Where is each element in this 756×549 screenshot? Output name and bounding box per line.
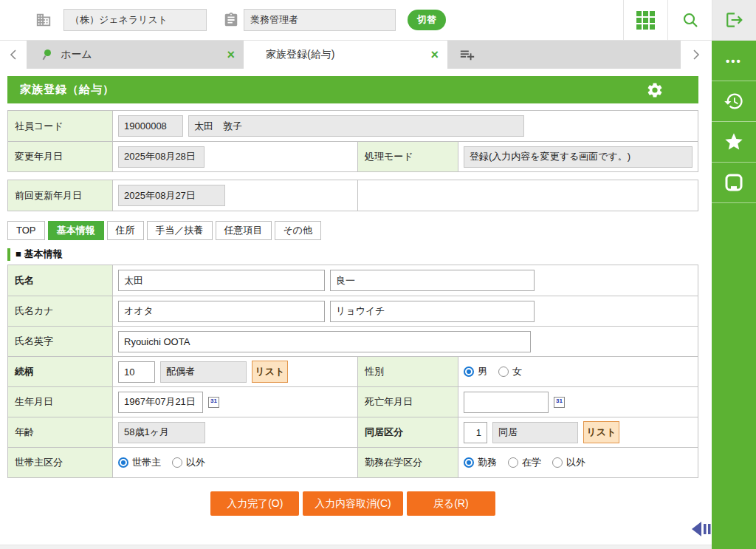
tab-family-label: 家族登録(給与): [266, 48, 334, 61]
birth-date-calendar-icon[interactable]: 31: [208, 397, 219, 408]
tab-other[interactable]: その他: [275, 221, 322, 240]
settings-gear-icon[interactable]: [646, 81, 664, 99]
gender-option-female[interactable]: 女: [498, 365, 522, 378]
last-updated-field: [118, 185, 225, 206]
pin-icon: [43, 50, 52, 60]
submit-button[interactable]: 入力完了(O): [210, 491, 299, 516]
cohabit-code-input[interactable]: [464, 422, 487, 443]
roman-name-label: 氏名英字: [8, 327, 113, 356]
radio-school-icon[interactable]: [508, 457, 518, 468]
content-column: ホーム × 家族登録(給与) × 家族登録（給与） 社: [0, 41, 712, 549]
death-date-calendar-icon[interactable]: 31: [554, 397, 565, 408]
search-button[interactable]: [667, 0, 712, 40]
employee-code-row: 社員コード: [8, 111, 698, 141]
household-option-head[interactable]: 世帯主: [118, 456, 161, 469]
apps-button[interactable]: [623, 0, 667, 40]
first-name-input[interactable]: [330, 270, 535, 291]
chevron-right-icon: [693, 49, 700, 61]
death-date-label: 死亡年月日: [357, 387, 458, 417]
relation-list-button[interactable]: リスト: [252, 361, 288, 383]
more-button[interactable]: •••: [712, 41, 756, 81]
basic-info-table: 氏名 氏名カナ 氏名英字: [7, 265, 698, 478]
age-label: 年齢: [8, 417, 113, 447]
cohabit-label: 同居区分: [357, 417, 458, 447]
tab-strip: [447, 41, 681, 69]
radio-work-icon[interactable]: [464, 457, 474, 468]
gender-radio-group: 男 女: [464, 365, 529, 378]
apps-grid-icon: [636, 11, 655, 30]
radio-female-icon[interactable]: [498, 366, 509, 377]
kana-row: 氏名カナ: [8, 296, 698, 326]
search-icon: [681, 11, 699, 29]
radio-other-icon[interactable]: [552, 457, 563, 468]
first-name-kana-input[interactable]: [330, 301, 535, 322]
history-button[interactable]: [712, 81, 756, 122]
company-input[interactable]: [63, 9, 207, 31]
section-accent-bar: [7, 248, 10, 261]
tab-scroll-left[interactable]: [0, 41, 27, 69]
tab-home-close-icon[interactable]: ×: [227, 48, 235, 61]
radio-household-head-icon[interactable]: [118, 457, 128, 468]
role-input[interactable]: [244, 9, 396, 31]
birth-date-input[interactable]: [118, 392, 203, 413]
tab-top[interactable]: TOP: [7, 221, 45, 240]
last-name-input[interactable]: [118, 270, 325, 291]
relation-code-input[interactable]: [118, 361, 155, 383]
other-label: 以外: [566, 456, 585, 469]
process-mode-label: 処理モード: [357, 142, 458, 171]
employee-code-label: 社員コード: [8, 111, 113, 141]
school-label: 在学: [522, 456, 541, 469]
tab-basic-info[interactable]: 基本情報: [48, 221, 104, 240]
work-school-label: 勤務在学区分: [357, 448, 458, 477]
death-date-input[interactable]: [464, 392, 549, 413]
last-updated-empty-cell: [357, 180, 698, 211]
right-sidebar: •••: [712, 41, 756, 549]
tab-scroll-right[interactable]: [681, 41, 712, 69]
household-row: 世帯主区分 世帯主 以外 勤務在学区分 勤務 在学 以外: [8, 447, 698, 477]
collapse-arrow-icon[interactable]: [691, 521, 712, 537]
company-icon: [35, 12, 52, 28]
cohabit-list-button[interactable]: リスト: [583, 421, 619, 443]
history-icon: [724, 91, 744, 112]
process-mode-field: [464, 146, 693, 168]
change-date-label: 変更年月日: [8, 142, 113, 171]
gender-option-male[interactable]: 男: [464, 365, 487, 378]
name-row: 氏名: [8, 265, 698, 296]
school-option[interactable]: 在学: [508, 456, 541, 469]
relation-row: 続柄 リスト 性別 男 女: [8, 356, 698, 386]
tab-home[interactable]: ホーム ×: [27, 41, 244, 69]
tab-address[interactable]: 住所: [107, 221, 144, 240]
favorites-button[interactable]: [712, 122, 756, 163]
back-button[interactable]: 戻る(R): [407, 491, 495, 516]
last-name-kana-input[interactable]: [118, 301, 325, 322]
radio-household-other-icon[interactable]: [172, 457, 182, 468]
tab-family-close-icon[interactable]: ×: [430, 48, 439, 61]
top-bar: 切替: [0, 0, 756, 41]
role-icon: [223, 12, 239, 28]
section-title: ■ 基本情報: [16, 248, 62, 261]
change-date-row: 変更年月日 処理モード: [8, 141, 698, 171]
logout-icon: [725, 10, 744, 30]
radio-male-icon[interactable]: [464, 366, 474, 377]
roman-name-input[interactable]: [118, 331, 531, 352]
kana-label: 氏名カナ: [8, 296, 113, 326]
household-option-other[interactable]: 以外: [172, 456, 205, 469]
gender-female-label: 女: [512, 365, 522, 378]
tab-optional[interactable]: 任意項目: [216, 221, 272, 240]
household-radio-group: 世帯主 以外: [118, 456, 213, 469]
tab-allowance[interactable]: 手当／扶養: [147, 221, 213, 240]
memo-button[interactable]: [712, 163, 756, 203]
work-option[interactable]: 勤務: [464, 456, 497, 469]
last-updated-row: 前回更新年月日: [8, 180, 698, 211]
add-tab-icon[interactable]: [459, 47, 475, 63]
tab-bar: ホーム × 家族登録(給与) ×: [0, 41, 712, 69]
cancel-input-button[interactable]: 入力内容取消(C): [303, 491, 402, 516]
tab-family-registration[interactable]: 家族登録(給与) ×: [244, 41, 447, 69]
logout-button[interactable]: [712, 0, 756, 40]
work-school-radio-group: 勤務 在学 以外: [464, 456, 593, 469]
chevron-left-icon: [10, 49, 17, 61]
switch-button[interactable]: 切替: [408, 10, 446, 30]
cohabit-name-field: [492, 422, 578, 443]
other-option[interactable]: 以外: [552, 456, 585, 469]
section-tab-bar: TOP 基本情報 住所 手当／扶養 任意項目 その他: [7, 221, 698, 240]
